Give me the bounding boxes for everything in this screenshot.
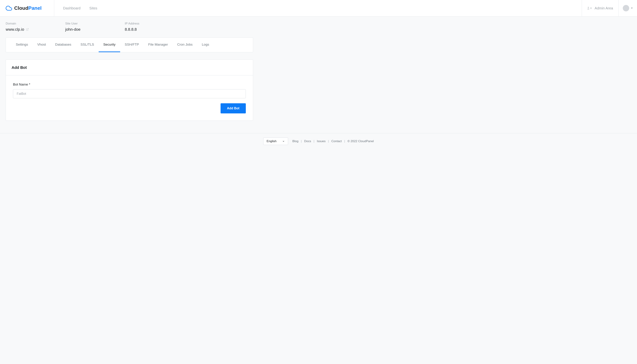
chevron-down-icon <box>631 8 633 9</box>
tab-cron-jobs[interactable]: Cron Jobs <box>173 38 197 52</box>
separator: | <box>314 140 314 143</box>
chevron-down-icon <box>282 140 285 142</box>
tab-settings[interactable]: Settings <box>11 38 33 52</box>
separator: | <box>301 140 302 143</box>
user-menu[interactable] <box>618 0 637 16</box>
tab-databases[interactable]: Databases <box>51 38 76 52</box>
domain-text: www.clp.io <box>6 27 24 32</box>
admin-area-label: Admin Area <box>595 6 613 10</box>
header: CloudPanel Dashboard Sites Admin Area <box>0 0 637 16</box>
user-value: john-doe <box>65 27 125 32</box>
add-bot-button[interactable]: Add Bot <box>221 103 246 114</box>
domain-value: www.clp.io <box>6 27 65 32</box>
tab-file-manager[interactable]: File Manager <box>144 38 173 52</box>
info-ip: IP Address 8.8.8.8 <box>125 22 184 32</box>
card-title: Add Bot <box>12 65 247 70</box>
svg-point-1 <box>590 8 591 8</box>
footer-link-docs[interactable]: Docs <box>304 140 311 143</box>
domain-label: Domain <box>6 22 65 26</box>
form-group-bot-name: Bot Name * <box>13 82 246 98</box>
logo-link[interactable]: CloudPanel <box>6 5 42 11</box>
footer-link-contact[interactable]: Contact <box>331 140 342 143</box>
ip-value: 8.8.8.8 <box>125 27 184 32</box>
svg-point-0 <box>588 7 589 8</box>
user-label: Site User <box>65 22 125 26</box>
separator: | <box>344 140 345 143</box>
nav-dashboard[interactable]: Dashboard <box>63 6 81 10</box>
card-body: Bot Name * Add Bot <box>6 76 253 120</box>
tab-vhost[interactable]: Vhost <box>33 38 51 52</box>
admin-area-link[interactable]: Admin Area <box>582 0 618 16</box>
tab-security[interactable]: Security <box>99 38 120 52</box>
footer: English Blog | Docs | Issues | Contact |… <box>0 133 637 149</box>
form-actions: Add Bot <box>13 103 246 114</box>
footer-link-blog[interactable]: Blog <box>292 140 298 143</box>
info-user: Site User john-doe <box>65 22 125 32</box>
footer-copyright: © 2022 CloudPanel <box>347 140 374 143</box>
add-bot-card: Add Bot Bot Name * Add Bot <box>6 60 253 121</box>
nav-sites[interactable]: Sites <box>89 6 97 10</box>
svg-line-2 <box>27 28 29 30</box>
bot-name-input[interactable] <box>13 89 246 98</box>
cloud-icon <box>6 5 12 11</box>
language-value: English <box>267 140 277 143</box>
logo-text: CloudPanel <box>14 5 42 11</box>
ip-label: IP Address <box>125 22 184 26</box>
logo-section: CloudPanel <box>0 0 54 16</box>
tab-logs[interactable]: Logs <box>197 38 214 52</box>
language-select[interactable]: English <box>263 138 288 145</box>
info-domain: Domain www.clp.io <box>6 22 65 32</box>
external-link-icon[interactable] <box>26 28 29 31</box>
footer-link-issues[interactable]: Issues <box>317 140 326 143</box>
card-header: Add Bot <box>6 60 253 76</box>
tab-ssl-tls[interactable]: SSL/TLS <box>76 38 99 52</box>
tab-ssh-ftp[interactable]: SSH/FTP <box>120 38 144 52</box>
avatar <box>623 5 629 11</box>
content: Domain www.clp.io Site User john-doe IP … <box>0 16 259 126</box>
footer-inner: English Blog | Docs | Issues | Contact |… <box>0 138 637 145</box>
footer-links: Blog | Docs | Issues | Contact | © 2022 … <box>292 140 374 143</box>
tabs: Settings Vhost Databases SSL/TLS Securit… <box>6 38 253 52</box>
main-nav: Dashboard Sites <box>54 0 582 16</box>
admin-gear-icon <box>587 6 592 10</box>
site-info: Domain www.clp.io Site User john-doe IP … <box>6 22 253 32</box>
separator: | <box>328 140 329 143</box>
bot-name-label: Bot Name * <box>13 82 246 86</box>
